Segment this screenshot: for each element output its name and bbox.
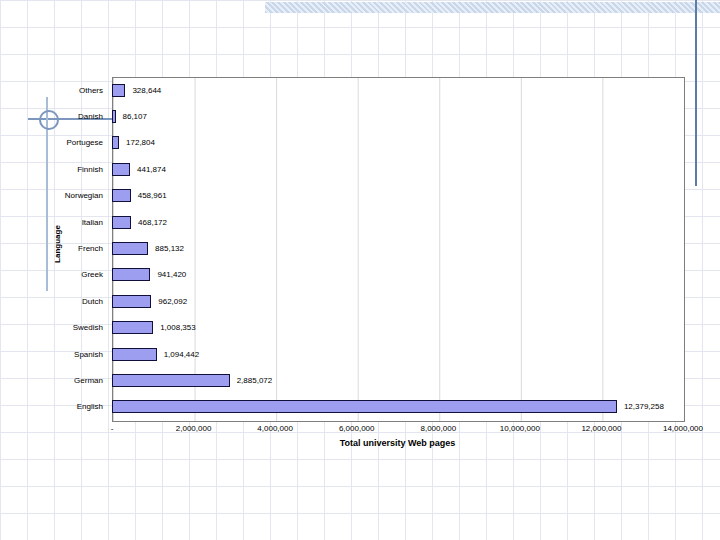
category-label: French <box>20 235 108 261</box>
bar-row: 2,885,072 <box>112 367 683 393</box>
bar-row: 12,379,258 <box>112 394 683 420</box>
category-label: Dutch <box>20 288 108 314</box>
x-tick-label: 14,000,000 <box>638 424 720 433</box>
right-accent-line-decoration <box>695 0 697 186</box>
category-label: Danish <box>20 103 108 129</box>
bar-row: 1,008,353 <box>112 315 683 341</box>
bar-row: 885,132 <box>112 235 683 261</box>
value-label: 962,092 <box>158 297 187 306</box>
bar <box>112 242 148 255</box>
bar <box>112 110 116 123</box>
bar <box>112 189 131 202</box>
bar <box>112 374 230 387</box>
slide-canvas[interactable]: OthersDanishPortugeseFinnishNorwegianIta… <box>0 0 720 540</box>
x-tick-label: 8,000,000 <box>393 424 483 433</box>
category-label: Others <box>20 77 108 103</box>
x-tick-label: 10,000,000 <box>475 424 565 433</box>
value-label: 1,094,442 <box>164 350 200 359</box>
x-axis-title: Total university Web pages <box>112 438 683 448</box>
bar-row: 1,094,442 <box>112 341 683 367</box>
value-label: 441,874 <box>137 165 166 174</box>
category-label: Portugese <box>20 130 108 156</box>
bar <box>112 348 157 361</box>
bar <box>112 268 150 281</box>
category-label: English <box>20 394 108 420</box>
category-label: Spanish <box>20 341 108 367</box>
x-tick-label: 2,000,000 <box>149 424 239 433</box>
bar-row: 86,107 <box>112 103 683 129</box>
bar <box>112 84 125 97</box>
x-tick-label: - <box>67 424 157 433</box>
x-axis-ticks: -2,000,0004,000,0006,000,0008,000,00010,… <box>0 424 720 436</box>
value-label: 941,420 <box>157 270 186 279</box>
category-label: Swedish <box>20 315 108 341</box>
bar-row: 328,644 <box>112 77 683 103</box>
category-label: Norwegian <box>20 183 108 209</box>
value-label: 1,008,353 <box>160 323 196 332</box>
value-label: 86,107 <box>123 112 147 121</box>
category-label: German <box>20 367 108 393</box>
bar-row: 441,874 <box>112 156 683 182</box>
value-label: 458,961 <box>138 191 167 200</box>
bar <box>112 321 153 334</box>
x-tick-label: 6,000,000 <box>312 424 402 433</box>
bar <box>112 163 130 176</box>
value-label: 12,379,258 <box>624 402 664 411</box>
value-label: 468,172 <box>138 218 167 227</box>
y-axis-title: Language <box>53 225 62 263</box>
bar <box>112 295 151 308</box>
bar-row: 458,961 <box>112 183 683 209</box>
bar-row: 941,420 <box>112 262 683 288</box>
bar <box>112 136 119 149</box>
x-tick-label: 12,000,000 <box>556 424 646 433</box>
bar <box>112 216 131 229</box>
x-tick-label: 4,000,000 <box>230 424 320 433</box>
category-label: Greek <box>20 262 108 288</box>
category-label: Italian <box>20 209 108 235</box>
bar <box>112 400 617 413</box>
bar-row: 962,092 <box>112 288 683 314</box>
value-label: 328,644 <box>132 86 161 95</box>
bar-row: 468,172 <box>112 209 683 235</box>
top-hatch-band-decoration <box>265 2 720 13</box>
category-label: Finnish <box>20 156 108 182</box>
bar-rows: 328,64486,107172,804441,874458,961468,17… <box>112 77 683 420</box>
value-label: 2,885,072 <box>237 376 273 385</box>
value-label: 172,804 <box>126 138 155 147</box>
value-label: 885,132 <box>155 244 184 253</box>
category-labels: OthersDanishPortugeseFinnishNorwegianIta… <box>20 77 108 420</box>
bar-row: 172,804 <box>112 130 683 156</box>
